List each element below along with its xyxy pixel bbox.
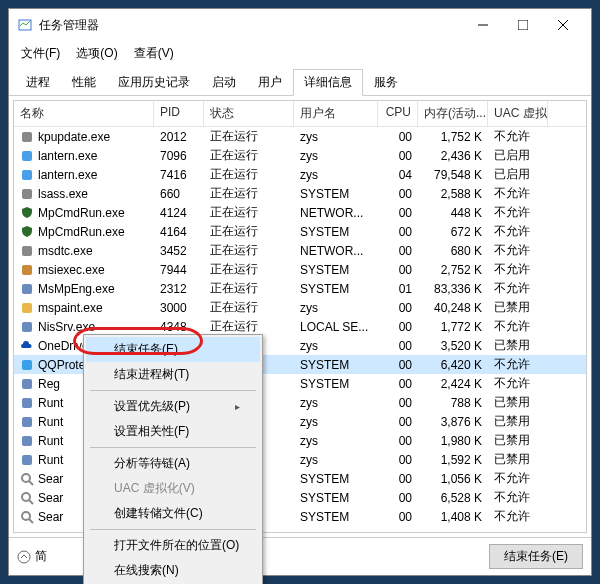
- process-mem: 1,772 K: [418, 319, 488, 335]
- process-name: MpCmdRun.exe: [38, 225, 125, 239]
- process-pid: 7944: [154, 262, 204, 278]
- process-name: Reg: [38, 377, 60, 391]
- menubar: 文件(F) 选项(O) 查看(V): [9, 41, 591, 66]
- process-mem: 1,980 K: [418, 433, 488, 449]
- task-manager-window: 任务管理器 文件(F) 选项(O) 查看(V) 进程 性能 应用历史记录 启动 …: [8, 8, 592, 576]
- svg-rect-8: [22, 189, 32, 199]
- process-name: mspaint.exe: [38, 301, 103, 315]
- process-icon: [20, 415, 34, 429]
- table-row[interactable]: kpupdate.exe2012正在运行zys001,752 K不允许: [14, 127, 586, 146]
- process-status: 正在运行: [204, 298, 294, 317]
- end-task-button[interactable]: 结束任务(E): [489, 544, 583, 569]
- process-mem: 6,528 K: [418, 490, 488, 506]
- process-name: lsass.exe: [38, 187, 88, 201]
- menu-file[interactable]: 文件(F): [15, 43, 66, 64]
- process-pid: 3000: [154, 300, 204, 316]
- process-icon: [20, 149, 34, 163]
- process-uac: 已禁用: [488, 431, 548, 450]
- col-cpu[interactable]: CPU: [378, 101, 418, 126]
- context-menu-item[interactable]: 结束进程树(T): [86, 362, 260, 387]
- tab-startup[interactable]: 启动: [201, 69, 247, 96]
- context-menu-item[interactable]: 打开文件所在的位置(O): [86, 533, 260, 558]
- process-icon: [20, 453, 34, 467]
- table-row[interactable]: MpCmdRun.exe4124正在运行NETWOR...00448 K不允许: [14, 203, 586, 222]
- tab-services[interactable]: 服务: [363, 69, 409, 96]
- process-user: zys: [294, 452, 378, 468]
- process-cpu: 00: [378, 148, 418, 164]
- col-mem[interactable]: 内存(活动...: [418, 101, 488, 126]
- table-row[interactable]: mspaint.exe3000正在运行zys0040,248 K已禁用: [14, 298, 586, 317]
- process-cpu: 00: [378, 490, 418, 506]
- svg-rect-7: [22, 170, 32, 180]
- process-user: zys: [294, 433, 378, 449]
- process-cpu: 00: [378, 186, 418, 202]
- process-icon: [20, 510, 34, 524]
- col-uac[interactable]: UAC 虚拟化: [488, 101, 548, 126]
- svg-rect-11: [22, 284, 32, 294]
- process-name: MsMpEng.exe: [38, 282, 115, 296]
- col-name[interactable]: 名称: [14, 101, 154, 126]
- process-uac: 不允许: [488, 355, 548, 374]
- menu-separator: [90, 390, 256, 391]
- context-menu-item[interactable]: 在线搜索(N): [86, 558, 260, 583]
- table-row[interactable]: msiexec.exe7944正在运行SYSTEM002,752 K不允许: [14, 260, 586, 279]
- process-mem: 2,752 K: [418, 262, 488, 278]
- col-user[interactable]: 用户名: [294, 101, 378, 126]
- col-status[interactable]: 状态: [204, 101, 294, 126]
- process-name: msdtc.exe: [38, 244, 93, 258]
- close-button[interactable]: [543, 11, 583, 39]
- process-name: Runt: [38, 434, 63, 448]
- menu-item-label: 设置优先级(P): [114, 398, 190, 415]
- process-icon: [20, 339, 34, 353]
- process-mem: 788 K: [418, 395, 488, 411]
- process-user: SYSTEM: [294, 490, 378, 506]
- tab-users[interactable]: 用户: [247, 69, 293, 96]
- context-menu-item[interactable]: 设置相关性(F): [86, 419, 260, 444]
- svg-line-23: [29, 500, 33, 504]
- table-row[interactable]: MsMpEng.exe2312正在运行SYSTEM0183,336 K不允许: [14, 279, 586, 298]
- process-cpu: 00: [378, 376, 418, 392]
- process-user: SYSTEM: [294, 471, 378, 487]
- table-row[interactable]: msdtc.exe3452正在运行NETWOR...00680 K不允许: [14, 241, 586, 260]
- svg-line-21: [29, 481, 33, 485]
- menu-options[interactable]: 选项(O): [70, 43, 123, 64]
- svg-point-20: [22, 474, 30, 482]
- col-pid[interactable]: PID: [154, 101, 204, 126]
- process-user: zys: [294, 338, 378, 354]
- process-mem: 680 K: [418, 243, 488, 259]
- process-user: NETWOR...: [294, 205, 378, 221]
- app-icon: [17, 17, 33, 33]
- svg-rect-19: [22, 455, 32, 465]
- maximize-button[interactable]: [503, 11, 543, 39]
- menu-item-label: 创建转储文件(C): [114, 505, 203, 522]
- minimize-button[interactable]: [463, 11, 503, 39]
- process-uac: 已禁用: [488, 298, 548, 317]
- table-row[interactable]: lsass.exe660正在运行SYSTEM002,588 K不允许: [14, 184, 586, 203]
- menu-item-label: 结束进程树(T): [114, 366, 189, 383]
- context-menu-item[interactable]: 设置优先级(P): [86, 394, 260, 419]
- context-menu-item[interactable]: 分析等待链(A): [86, 451, 260, 476]
- process-uac: 不允许: [488, 127, 548, 146]
- menu-item-label: 结束任务(E): [114, 341, 178, 358]
- tab-processes[interactable]: 进程: [15, 69, 61, 96]
- titlebar: 任务管理器: [9, 9, 591, 41]
- svg-rect-18: [22, 436, 32, 446]
- process-uac: 已启用: [488, 165, 548, 184]
- table-row[interactable]: MpCmdRun.exe4164正在运行SYSTEM00672 K不允许: [14, 222, 586, 241]
- tab-performance[interactable]: 性能: [61, 69, 107, 96]
- process-mem: 79,548 K: [418, 167, 488, 183]
- process-cpu: 00: [378, 243, 418, 259]
- process-mem: 2,424 K: [418, 376, 488, 392]
- context-menu-item[interactable]: 创建转储文件(C): [86, 501, 260, 526]
- svg-line-25: [29, 519, 33, 523]
- process-pid: 2012: [154, 129, 204, 145]
- window-title: 任务管理器: [39, 17, 463, 34]
- table-row[interactable]: lantern.exe7096正在运行zys002,436 K已启用: [14, 146, 586, 165]
- tab-details[interactable]: 详细信息: [293, 69, 363, 96]
- fewer-details-label: 简: [35, 548, 47, 565]
- process-user: SYSTEM: [294, 224, 378, 240]
- table-row[interactable]: lantern.exe7416正在运行zys0479,548 K已启用: [14, 165, 586, 184]
- menu-view[interactable]: 查看(V): [128, 43, 180, 64]
- tab-history[interactable]: 应用历史记录: [107, 69, 201, 96]
- context-menu-item[interactable]: 结束任务(E): [86, 337, 260, 362]
